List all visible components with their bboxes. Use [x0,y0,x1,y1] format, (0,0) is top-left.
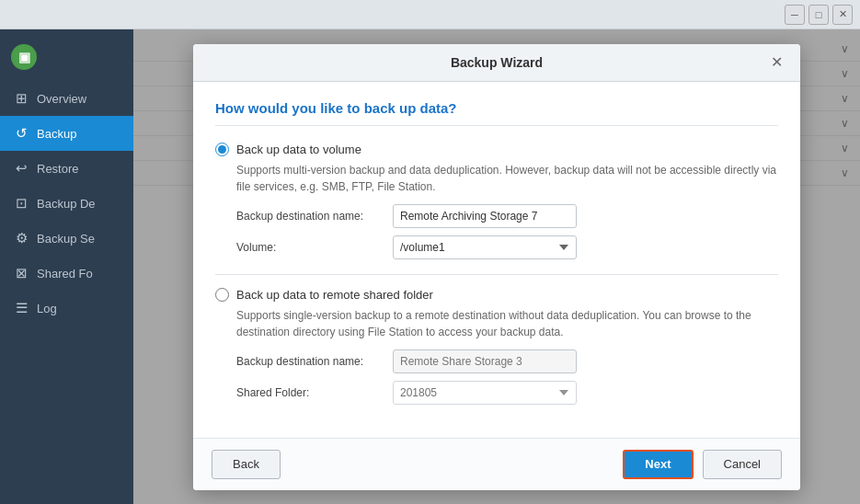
app-logo: ▣ [0,37,133,81]
backup-wizard-modal: Backup Wizard ✕ How would you like to ba… [193,44,800,490]
shared-folder-select[interactable]: 201805 201806 201807 [393,381,577,405]
volume-label: Volume: [236,241,384,254]
main-content: ∨ ∨ ∨ ∨ ∨ ∨ [133,29,860,504]
section-divider [215,274,778,275]
option-shared-header: Back up data to remote shared folder [215,288,778,302]
next-button[interactable]: Next [623,450,693,479]
sidebar-item-log-label: Log [37,302,57,315]
sidebar-item-backup-label: Backup [37,127,76,141]
sidebar-item-restore[interactable]: ↩ Restore [0,151,133,186]
cancel-button[interactable]: Cancel [703,450,782,479]
option-shared-section: Back up data to remote shared folder Sup… [215,288,778,405]
modal-close-button[interactable]: ✕ [767,53,785,72]
app-titlebar: ─ □ ✕ [0,0,860,29]
close-button[interactable]: ✕ [832,5,853,25]
app-body: ▣ ⊞ Overview ↺ Backup ↩ Restore ⊡ Backup… [0,29,860,504]
destination-name-label-2: Backup destination name: [236,355,384,368]
overview-icon: ⊞ [13,90,29,107]
backup-icon: ↺ [13,125,29,142]
back-button[interactable]: Back [212,450,281,479]
destination-name-field-2: Backup destination name: [236,349,778,373]
option-volume-label: Back up data to volume [236,143,361,156]
option-volume-radio[interactable] [215,143,229,156]
restore-icon: ↩ [13,160,29,177]
logo-icon: ▣ [11,44,37,70]
option-shared-description: Supports single-version backup to a remo… [236,307,778,340]
volume-field: Volume: /volume1 /volume2 /volume3 [236,235,778,259]
modal-question: How would you like to back up data? [215,100,778,126]
sidebar-item-overview-label: Overview [37,92,86,106]
sidebar-item-backup[interactable]: ↺ Backup [0,116,133,151]
modal-header: Backup Wizard ✕ [193,44,800,82]
option-volume-description: Supports multi-version backup and data d… [236,162,778,195]
modal-overlay: Backup Wizard ✕ How would you like to ba… [133,29,860,504]
sidebar-item-backup-de[interactable]: ⊡ Backup De [0,186,133,221]
modal-title: Backup Wizard [226,55,767,70]
destination-name-input-1[interactable] [393,204,577,228]
modal-footer: Back Next Cancel [193,438,800,490]
sidebar-item-shared-fo[interactable]: ⊠ Shared Fo [0,256,133,291]
option-volume-header: Back up data to volume [215,143,778,156]
footer-right-buttons: Next Cancel [623,450,782,479]
shared-folder-label: Shared Folder: [236,386,384,399]
sidebar: ▣ ⊞ Overview ↺ Backup ↩ Restore ⊡ Backup… [0,29,133,504]
option-volume-section: Back up data to volume Supports multi-ve… [215,143,778,259]
sidebar-item-backup-de-label: Backup De [37,197,96,211]
sidebar-item-backup-se[interactable]: ⚙ Backup Se [0,221,133,256]
sidebar-item-log[interactable]: ☰ Log [0,291,133,326]
maximize-button[interactable]: □ [808,5,829,25]
shared-folder-field: Shared Folder: 201805 201806 201807 [236,381,778,405]
sidebar-item-overview[interactable]: ⊞ Overview [0,81,133,116]
app-window: ─ □ ✕ ▣ ⊞ Overview ↺ Backup ↩ Restore ⊡ [0,0,860,504]
sidebar-item-backup-se-label: Backup Se [37,232,95,246]
modal-body: How would you like to back up data? Back… [193,82,800,438]
destination-name-label-1: Backup destination name: [236,210,384,223]
backup-de-icon: ⊡ [13,195,29,212]
option-shared-radio[interactable] [215,288,229,302]
option-shared-label: Back up data to remote shared folder [236,288,433,302]
shared-fo-icon: ⊠ [13,265,29,281]
destination-name-field-1: Backup destination name: [236,204,778,228]
log-icon: ☰ [13,300,29,316]
volume-select[interactable]: /volume1 /volume2 /volume3 [393,235,577,259]
destination-name-input-2[interactable] [393,349,577,373]
sidebar-item-shared-fo-label: Shared Fo [37,267,93,281]
minimize-button[interactable]: ─ [785,5,805,25]
backup-se-icon: ⚙ [13,230,29,246]
sidebar-item-restore-label: Restore [37,162,79,176]
